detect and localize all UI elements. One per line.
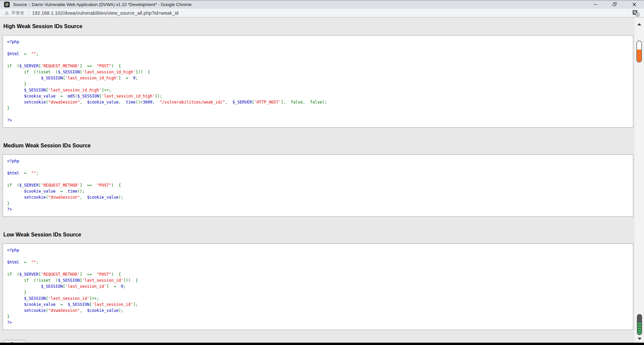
section-heading-high: High Weak Session IDs Source — [3, 23, 644, 29]
code-high: <?php $html = ""; if ($_SERVER['REQUEST_… — [3, 36, 633, 127]
restore-button[interactable] — [605, 0, 625, 9]
address-separator — [29, 10, 29, 16]
translate-icon[interactable]: G 文 — [633, 10, 639, 16]
code-box-low: <?php $html = ""; if ($_SERVER['REQUEST_… — [3, 244, 633, 330]
section-low: Low Weak Session IDs Source <?php $html … — [0, 231, 644, 330]
scrollbar-track[interactable] — [635, 18, 644, 343]
section-heading-medium: Medium Weak Session IDs Source — [3, 142, 644, 149]
close-button[interactable]: × — [625, 0, 644, 9]
chrome-logo-ring — [5, 2, 9, 6]
scroll-up-icon[interactable] — [637, 23, 641, 25]
close-icon: × — [632, 2, 637, 7]
code-box-high: <?php $html = ""; if ($_SERVER['REQUEST_… — [3, 35, 633, 128]
scrollbar-widget-stripes — [638, 323, 641, 334]
scroll-down-icon[interactable] — [638, 338, 642, 340]
page-content: High Weak Session IDs Source <?php $html… — [0, 18, 644, 345]
bottom-edge-bar — [0, 343, 644, 345]
translate-text-square: 文 — [636, 13, 639, 16]
window-controls: × — [586, 0, 644, 9]
section-medium: Medium Weak Session IDs Source <?php $ht… — [0, 142, 644, 217]
code-medium: <?php $html = ""; if ($_SERVER['REQUEST_… — [3, 155, 633, 216]
warning-triangle-icon: ⚠ — [5, 11, 9, 15]
section-heading-low: Low Weak Session IDs Source — [3, 231, 644, 238]
code-box-medium: <?php $html = ""; if ($_SERVER['REQUEST_… — [3, 154, 633, 217]
window-title: Source :: Damn Vulnerable Web Applicatio… — [13, 2, 192, 7]
minimize-icon — [594, 4, 597, 5]
address-bar: ⚠ 不安全 192.168.1.102/dvwa/vulnerabilities… — [0, 9, 644, 17]
restore-icon — [613, 2, 617, 6]
url-field[interactable]: 192.168.1.102/dvwa/vulnerabilities/view_… — [32, 10, 179, 16]
code-low: <?php $html = ""; if ($_SERVER['REQUEST_… — [3, 244, 633, 330]
scrollbar-thumb[interactable] — [636, 41, 642, 63]
section-high: High Weak Session IDs Source <?php $html… — [0, 23, 644, 128]
chrome-logo-icon — [4, 2, 10, 7]
minimize-button[interactable] — [586, 0, 605, 9]
security-badge[interactable]: 不安全 — [11, 10, 24, 16]
window-titlebar: Source :: Damn Vulnerable Web Applicatio… — [0, 0, 644, 9]
scrollbar-bottom-widget[interactable] — [637, 314, 642, 335]
